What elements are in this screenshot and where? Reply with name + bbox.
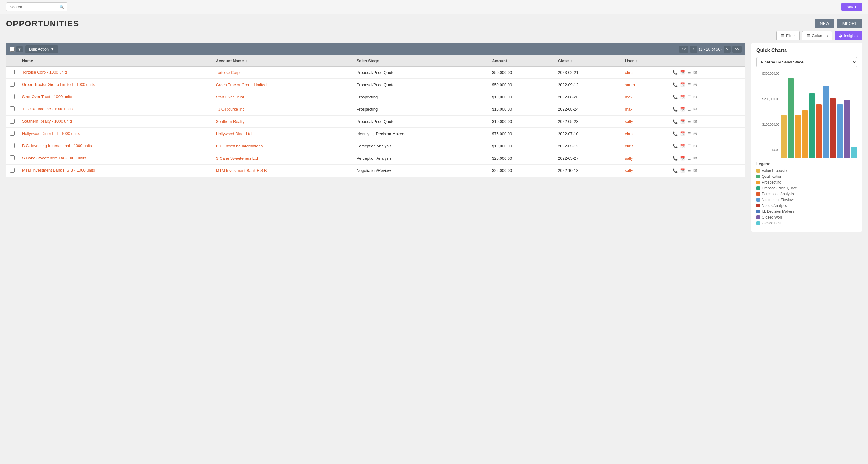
calendar-icon[interactable]: 📅 xyxy=(680,70,685,75)
user-link[interactable]: chris xyxy=(625,144,633,148)
opportunity-link[interactable]: Tortoise Corp - 1000 units xyxy=(22,70,68,74)
phone-icon[interactable]: 📞 xyxy=(673,107,678,111)
opportunity-link[interactable]: Southern Realty - 1000 units xyxy=(22,119,73,124)
email-icon[interactable]: ✉ xyxy=(693,70,697,75)
search-input[interactable] xyxy=(9,5,58,9)
col-stage[interactable]: Sales Stage ↕ xyxy=(353,56,489,67)
row-checkbox-cell[interactable] xyxy=(6,67,19,79)
row-checkbox[interactable] xyxy=(10,82,15,87)
phone-icon[interactable]: 📞 xyxy=(673,119,678,124)
email-icon[interactable]: ✉ xyxy=(693,156,697,161)
col-amount[interactable]: Amount ↕ xyxy=(488,56,554,67)
account-link[interactable]: S Cane Sweeteners Ltd xyxy=(216,156,258,161)
email-icon[interactable]: ✉ xyxy=(693,82,697,87)
calendar-icon[interactable]: 📅 xyxy=(680,119,685,124)
user-link[interactable]: chris xyxy=(625,70,633,75)
columns-button[interactable]: ☰ Columns xyxy=(802,31,832,40)
list-icon[interactable]: ☰ xyxy=(687,119,691,124)
row-checkbox-cell[interactable] xyxy=(6,115,19,128)
select-all-container[interactable]: ▼ xyxy=(10,46,23,53)
list-icon[interactable]: ☰ xyxy=(687,82,691,87)
new-button[interactable]: New ▾ xyxy=(841,3,862,11)
opportunity-link[interactable]: Hollywood Diner Ltd - 1000 units xyxy=(22,131,80,136)
user-link[interactable]: sally xyxy=(625,156,633,161)
row-checkbox-cell[interactable] xyxy=(6,128,19,140)
list-icon[interactable]: ☰ xyxy=(687,131,691,136)
search-box[interactable]: 🔍 xyxy=(6,2,67,11)
email-icon[interactable]: ✉ xyxy=(693,95,697,99)
account-link[interactable]: Tortoise Corp xyxy=(216,70,240,75)
opportunity-link[interactable]: S Cane Sweeteners Ltd - 1000 units xyxy=(22,156,86,160)
row-checkbox[interactable] xyxy=(10,143,15,148)
row-checkbox[interactable] xyxy=(10,119,15,124)
email-icon[interactable]: ✉ xyxy=(693,168,697,173)
col-account[interactable]: Account Name ↕ xyxy=(212,56,353,67)
insights-button[interactable]: ◕ Insights xyxy=(835,31,862,40)
col-name[interactable]: Name ↕ xyxy=(19,56,212,67)
calendar-icon[interactable]: 📅 xyxy=(680,107,685,111)
user-link[interactable]: max xyxy=(625,107,633,111)
calendar-icon[interactable]: 📅 xyxy=(680,82,685,87)
user-link[interactable]: sarah xyxy=(625,82,635,87)
account-link[interactable]: Start Over Trust xyxy=(216,95,244,99)
new-record-button[interactable]: NEW xyxy=(815,19,834,28)
row-checkbox[interactable] xyxy=(10,106,15,111)
calendar-icon[interactable]: 📅 xyxy=(680,95,685,99)
email-icon[interactable]: ✉ xyxy=(693,119,697,124)
account-link[interactable]: MTM Investment Bank F S B xyxy=(216,168,267,173)
list-icon[interactable]: ☰ xyxy=(687,168,691,173)
account-link[interactable]: Southern Realty xyxy=(216,119,244,124)
calendar-icon[interactable]: 📅 xyxy=(680,156,685,161)
account-link[interactable]: Hollywood Diner Ltd xyxy=(216,131,251,136)
phone-icon[interactable]: 📞 xyxy=(673,70,678,75)
opportunity-link[interactable]: TJ O'Rourke Inc - 1000 units xyxy=(22,107,73,111)
phone-icon[interactable]: 📞 xyxy=(673,82,678,87)
row-checkbox-cell[interactable] xyxy=(6,140,19,152)
user-link[interactable]: chris xyxy=(625,131,633,136)
calendar-icon[interactable]: 📅 xyxy=(680,168,685,173)
calendar-icon[interactable]: 📅 xyxy=(680,131,685,136)
row-checkbox-cell[interactable] xyxy=(6,152,19,165)
opportunity-link[interactable]: B.C. Investing International - 1000 unit… xyxy=(22,143,92,148)
row-checkbox-cell[interactable] xyxy=(6,165,19,177)
user-link[interactable]: sally xyxy=(625,119,633,124)
row-checkbox-cell[interactable] xyxy=(6,103,19,115)
import-button[interactable]: IMPORT xyxy=(837,19,862,28)
phone-icon[interactable]: 📞 xyxy=(673,144,678,148)
row-checkbox[interactable] xyxy=(10,70,15,74)
nav-first-button[interactable]: << xyxy=(679,46,688,53)
account-link[interactable]: B.C. Investing International xyxy=(216,144,264,148)
account-link[interactable]: TJ O'Rourke Inc xyxy=(216,107,245,111)
filter-button[interactable]: ☰ Filter xyxy=(776,31,800,40)
col-user[interactable]: User ↕ xyxy=(621,56,669,67)
row-checkbox[interactable] xyxy=(10,155,15,160)
phone-icon[interactable]: 📞 xyxy=(673,156,678,161)
calendar-icon[interactable]: 📅 xyxy=(680,144,685,148)
list-icon[interactable]: ☰ xyxy=(687,107,691,111)
row-checkbox-cell[interactable] xyxy=(6,79,19,91)
list-icon[interactable]: ☰ xyxy=(687,95,691,99)
email-icon[interactable]: ✉ xyxy=(693,131,697,136)
phone-icon[interactable]: 📞 xyxy=(673,95,678,99)
chart-type-select[interactable]: Pipeline By Sales Stage xyxy=(756,57,857,67)
row-checkbox[interactable] xyxy=(10,94,15,99)
select-dropdown-button[interactable]: ▼ xyxy=(16,46,23,53)
row-checkbox[interactable] xyxy=(10,131,15,136)
row-checkbox-cell[interactable] xyxy=(6,91,19,103)
row-checkbox[interactable] xyxy=(10,168,15,172)
select-all-checkbox[interactable] xyxy=(10,47,15,52)
email-icon[interactable]: ✉ xyxy=(693,144,697,148)
opportunity-link[interactable]: Start Over Trust - 1000 units xyxy=(22,94,72,99)
phone-icon[interactable]: 📞 xyxy=(673,131,678,136)
email-icon[interactable]: ✉ xyxy=(693,107,697,111)
col-close[interactable]: Close ↕ xyxy=(554,56,621,67)
opportunity-link[interactable]: Green Tractor Group Limited - 1000 units xyxy=(22,82,95,87)
phone-icon[interactable]: 📞 xyxy=(673,168,678,173)
user-link[interactable]: sally xyxy=(625,168,633,173)
account-link[interactable]: Green Tractor Group Limited xyxy=(216,82,267,87)
nav-next-button[interactable]: > xyxy=(723,46,731,53)
list-icon[interactable]: ☰ xyxy=(687,156,691,161)
list-icon[interactable]: ☰ xyxy=(687,144,691,148)
bulk-action-button[interactable]: Bulk Action ▼ xyxy=(26,45,58,53)
user-link[interactable]: max xyxy=(625,95,633,99)
